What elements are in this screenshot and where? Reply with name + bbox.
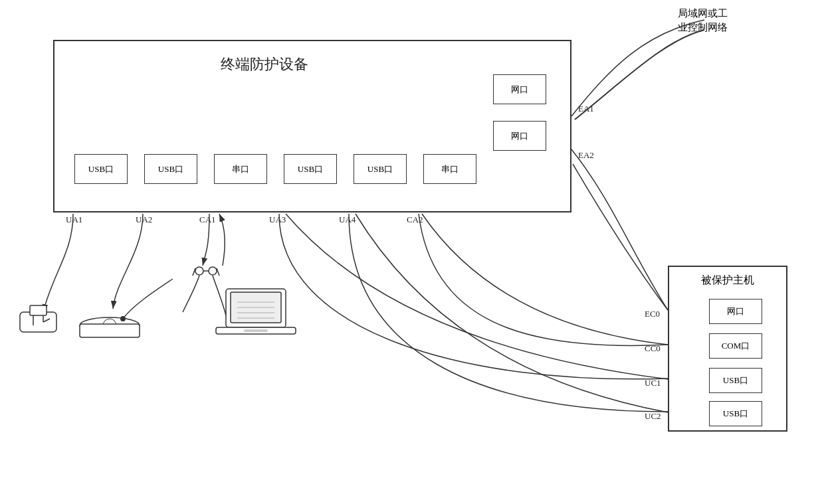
svg-point-12: [209, 267, 217, 275]
lan-label: 局域网或工 业控制网络: [678, 7, 728, 35]
prot-port-cco: COM口: [709, 333, 762, 359]
label-ca2: CA2: [407, 214, 423, 225]
main-device-label: 终端防护设备: [221, 54, 308, 74]
svg-rect-19: [244, 329, 268, 332]
svg-rect-17: [231, 292, 281, 323]
label-ua3: UA3: [269, 214, 286, 225]
port-ua4: USB口: [354, 154, 407, 184]
svg-rect-9: [80, 324, 140, 337]
port-ea1: 网口: [493, 74, 546, 104]
prot-port-uc2: USB口: [709, 401, 762, 426]
port-ua3: USB口: [284, 154, 337, 184]
diagram-container: 局域网或工 业控制网络 终端防护设备 USB口 USB口 串口 USB口 USB…: [0, 0, 824, 504]
port-ua2: USB口: [144, 154, 197, 184]
svg-line-6: [43, 319, 50, 322]
port-ca1: 串口: [214, 154, 267, 184]
svg-point-7: [80, 317, 140, 333]
svg-rect-16: [226, 289, 286, 327]
svg-rect-3: [30, 305, 47, 315]
prot-port-uc1: USB口: [709, 368, 762, 393]
label-ea2: EA2: [578, 150, 594, 161]
svg-point-11: [195, 267, 203, 275]
label-uc2: UC2: [645, 411, 661, 422]
main-device-box: 终端防护设备 USB口 USB口 串口 USB口 USB口 串口 网口 网口: [53, 40, 571, 212]
port-ua1: USB口: [74, 154, 128, 184]
label-ua4: UA4: [339, 214, 356, 225]
svg-line-15: [217, 268, 219, 276]
label-ea1: EA1: [578, 104, 594, 114]
protected-host-label: 被保护主机: [669, 274, 786, 288]
label-cco: CC0: [645, 343, 661, 354]
svg-point-10: [120, 316, 126, 321]
svg-line-14: [193, 268, 195, 276]
prot-port-eco: 网口: [709, 299, 762, 324]
port-ea2: 网口: [493, 121, 546, 151]
label-eco: EC0: [645, 309, 660, 319]
label-ca1: CA1: [199, 214, 216, 225]
label-ua1: UA1: [66, 214, 82, 225]
label-ua2: UA2: [136, 214, 152, 225]
svg-rect-18: [216, 327, 296, 334]
svg-rect-2: [20, 312, 56, 332]
port-ca2: 串口: [423, 154, 476, 184]
label-uc1: UC1: [645, 378, 661, 388]
svg-point-8: [103, 319, 116, 332]
protected-host-box: 被保护主机 网口 COM口 USB口 USB口: [668, 266, 787, 432]
